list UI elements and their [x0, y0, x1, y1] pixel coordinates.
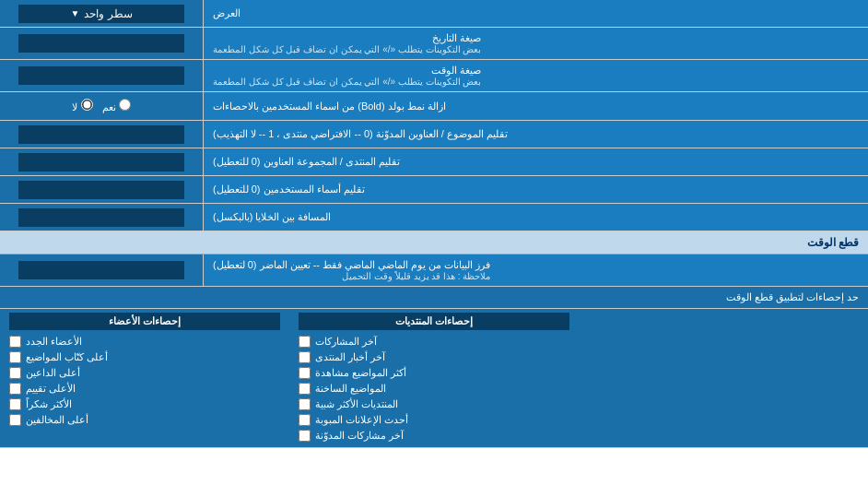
- display-section-label: العرض: [203, 0, 868, 27]
- forum-alignment-row: تقليم المنتدى / المجموعة العناوين (0 للت…: [0, 148, 868, 176]
- checkbox-most-popular-forums[interactable]: [299, 398, 311, 410]
- display-mode-input[interactable]: سطر واحد ▼: [0, 0, 203, 27]
- stats-section: حد إحصاءات لتطبيق قطع الوقت إحصاءات المن…: [0, 287, 868, 448]
- checkbox-item: آخر مشاركات المدوّنة: [299, 428, 569, 444]
- title-alignment-field[interactable]: 33: [18, 125, 184, 144]
- checkbox-item: أعلى كتّاب المواضيع: [9, 349, 280, 365]
- filter-days-label: فرز البيانات من يوم الماضي الماضي فقط --…: [203, 254, 868, 286]
- checkbox-item: أعلى الداعين: [9, 365, 280, 381]
- forum-stats-col: إحصاءات المنتديات آخر المشاركات آخر أخبا…: [289, 309, 579, 447]
- cell-spacing-field[interactable]: 2: [18, 208, 184, 227]
- checkbox-item: المواضيع الساخنة: [299, 381, 569, 396]
- checkbox-top-infractors[interactable]: [9, 414, 21, 426]
- limit-stats-label: حد إحصاءات لتطبيق قطع الوقت: [0, 287, 868, 308]
- time-format-input[interactable]: H:i: [0, 60, 203, 91]
- title-alignment-input[interactable]: 33: [0, 121, 203, 148]
- username-alignment-label: تقليم أسماء المستخدمين (0 للتعطيل): [203, 176, 868, 203]
- forum-alignment-label: تقليم المنتدى / المجموعة العناوين (0 للت…: [203, 148, 868, 175]
- checkbox-hot-topics[interactable]: [299, 383, 311, 395]
- main-container: العرض سطر واحد ▼ صيغة التاريخ بعض التكوي…: [0, 0, 868, 448]
- checkbox-item: أكثر المواضيع مشاهدة: [299, 365, 569, 381]
- realtime-section-header: قطع الوقت: [0, 231, 868, 254]
- cell-spacing-row: المسافة بين الخلايا (بالبكسل) 2: [0, 204, 868, 231]
- checkbox-top-referrers[interactable]: [9, 367, 21, 379]
- cell-spacing-input[interactable]: 2: [0, 204, 203, 231]
- checkbox-most-thanked[interactable]: [9, 398, 21, 410]
- date-format-input[interactable]: d-m: [0, 28, 203, 59]
- time-format-label: صيغة الوقت بعض التكوينات يتطلب «/» التي …: [203, 60, 868, 91]
- checkbox-blog-posts[interactable]: [299, 430, 311, 442]
- checkbox-top-rated[interactable]: [9, 383, 21, 395]
- username-alignment-field[interactable]: 0: [18, 181, 184, 199]
- radio-yes[interactable]: [119, 99, 131, 111]
- title-alignment-row: تقليم الموضوع / العناوين المدوّنة (0 -- …: [0, 121, 868, 148]
- checkbox-columns: إحصاءات المنتديات آخر المشاركات آخر أخبا…: [0, 309, 868, 447]
- date-format-row: صيغة التاريخ بعض التكوينات يتطلب «/» الت…: [0, 28, 868, 60]
- title-alignment-label: تقليم الموضوع / العناوين المدوّنة (0 -- …: [203, 121, 868, 148]
- limit-stats-row: حد إحصاءات لتطبيق قطع الوقت: [0, 287, 868, 309]
- display-mode-dropdown[interactable]: سطر واحد ▼: [18, 5, 184, 23]
- empty-col: [579, 309, 868, 447]
- forum-stats-header: إحصاءات المنتديات: [299, 313, 569, 330]
- username-alignment-input[interactable]: 0: [0, 176, 203, 203]
- date-format-field[interactable]: d-m: [18, 34, 184, 53]
- checkbox-item: المنتديات الأكثر شبية: [299, 396, 569, 412]
- date-format-label: صيغة التاريخ بعض التكوينات يتطلب «/» الت…: [203, 28, 868, 59]
- member-stats-col: إحصاءات الأعضاء الأعضاء الجدد أعلى كتّاب…: [0, 309, 289, 447]
- forum-alignment-field[interactable]: 33: [18, 153, 184, 172]
- checkbox-latest-classifieds[interactable]: [299, 414, 311, 426]
- dropdown-arrow-icon: ▼: [70, 8, 79, 18]
- time-format-field[interactable]: H:i: [18, 66, 184, 85]
- remove-bold-row: ازالة نمط بولد (Bold) من اسماء المستخدمي…: [0, 92, 868, 121]
- remove-bold-label: ازالة نمط بولد (Bold) من اسماء المستخدمي…: [203, 92, 868, 120]
- checkbox-most-viewed[interactable]: [299, 367, 311, 379]
- remove-bold-input: نعم لا: [0, 92, 203, 120]
- checkbox-item: الأكثر شكراً: [9, 396, 280, 412]
- checkbox-item: آخر المشاركات: [299, 334, 569, 349]
- radio-no-label: لا: [72, 99, 92, 113]
- checkbox-item: أحدث الإعلانات المبوبة: [299, 412, 569, 428]
- checkbox-latest-posts[interactable]: [299, 336, 311, 348]
- checkbox-top-posters[interactable]: [9, 351, 21, 363]
- checkbox-item: أعلى المخالفين: [9, 412, 280, 428]
- checkbox-item: الأعلى تقييم: [9, 381, 280, 396]
- checkbox-item: الأعضاء الجدد: [9, 334, 280, 349]
- filter-days-input[interactable]: 0: [0, 254, 203, 286]
- radio-no[interactable]: [81, 99, 93, 111]
- member-stats-header: إحصاءات الأعضاء: [9, 313, 280, 330]
- checkbox-item: آخر أخبار المنتدى: [299, 349, 569, 365]
- filter-days-row: فرز البيانات من يوم الماضي الماضي فقط --…: [0, 254, 868, 287]
- time-format-row: صيغة الوقت بعض التكوينات يتطلب «/» التي …: [0, 60, 868, 92]
- remove-bold-radio-group: نعم لا: [6, 95, 197, 117]
- radio-yes-label: نعم: [102, 99, 131, 113]
- username-alignment-row: تقليم أسماء المستخدمين (0 للتعطيل) 0: [0, 176, 868, 204]
- forum-alignment-input[interactable]: 33: [0, 148, 203, 175]
- filter-days-field[interactable]: 0: [18, 261, 184, 279]
- checkbox-new-members[interactable]: [9, 336, 21, 348]
- checkbox-forum-news[interactable]: [299, 351, 311, 363]
- display-header-row: العرض سطر واحد ▼: [0, 0, 868, 28]
- cell-spacing-label: المسافة بين الخلايا (بالبكسل): [203, 204, 868, 231]
